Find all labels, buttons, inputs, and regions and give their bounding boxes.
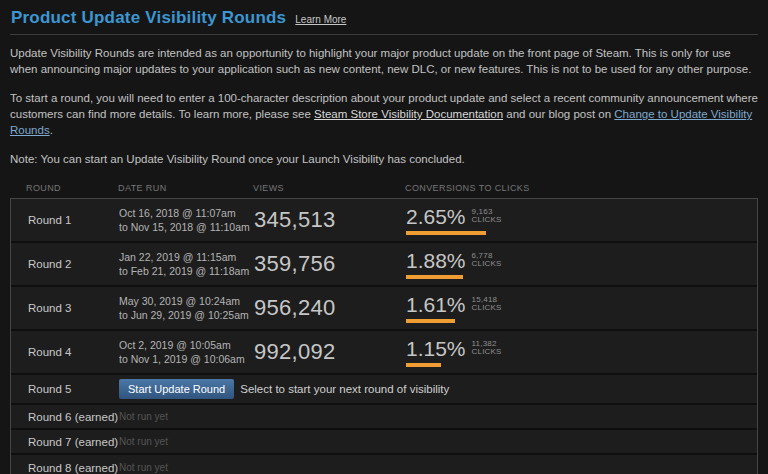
round-label: Round 5 (11, 383, 119, 395)
round-label: Round 2 (11, 258, 119, 270)
conversion-percent: 2.65% (406, 206, 466, 227)
date-range: May 30, 2019 @ 10:24am to Jun 29, 2019 @… (119, 294, 254, 322)
note-text: Note: You can start an Update Visibility… (10, 151, 758, 167)
round-label: Round 7 (earned) (11, 436, 119, 448)
table-row-round-4: Round 4 Oct 2, 2019 @ 10:05am to Nov 1, … (11, 331, 757, 375)
date-range: Jan 22, 2019 @ 11:15am to Feb 21, 2019 @… (119, 250, 254, 278)
clicks-label: CLICKS (472, 348, 502, 357)
conversion-cell: 1.88% 6,778 CLICKS (406, 250, 757, 279)
start-update-round-button[interactable]: Start Update Round (119, 379, 234, 399)
table-row-round-3: Round 3 May 30, 2019 @ 10:24am to Jun 29… (11, 287, 757, 331)
visibility-documentation-link[interactable]: Steam Store Visibility Documentation (314, 108, 503, 120)
page-header: Product Update Visibility Rounds Learn M… (10, 8, 758, 28)
column-header-round: ROUND (10, 183, 118, 193)
learn-more-link[interactable]: Learn More (295, 14, 346, 25)
date-end-line: to Feb 21, 2019 @ 11:18am (119, 264, 254, 278)
round-label: Round 8 (earned) (11, 462, 119, 474)
date-start-line: Oct 2, 2019 @ 10:05am (119, 338, 254, 352)
start-round-hint: Select to start your next round of visib… (240, 383, 449, 395)
table-row-round-2: Round 2 Jan 22, 2019 @ 11:15am to Feb 21… (11, 243, 757, 287)
table-header-row: ROUND DATE RUN VIEWS CONVERSIONS TO CLIC… (10, 177, 758, 198)
clicks-stat: 9,163 CLICKS (472, 206, 502, 225)
intro-paragraph-2-text: . (50, 124, 53, 136)
conversion-bar (406, 231, 486, 235)
clicks-stat: 11,382 CLICKS (472, 338, 502, 357)
intro-paragraph-1: Update Visibility Rounds are intended as… (10, 45, 758, 77)
clicks-stat: 15,418 CLICKS (472, 294, 502, 313)
conversion-cell: 1.15% 11,382 CLICKS (406, 338, 757, 367)
views-value: 359,756 (254, 251, 406, 277)
table-row-round-7: Round 7 (earned) Not run yet (11, 430, 757, 455)
date-end-line: to Nov 1, 2019 @ 10:06am (119, 352, 254, 366)
intro-paragraph-2-text: and our blog post on (503, 108, 614, 120)
column-header-date-run: DATE RUN (118, 183, 253, 193)
round-label: Round 4 (11, 346, 119, 358)
page: Product Update Visibility Rounds Learn M… (0, 0, 768, 474)
conversion-percent: 1.88% (406, 250, 466, 271)
start-round-cell: Start Update Round Select to start your … (119, 379, 757, 399)
table-row-round-1: Round 1 Oct 16, 2018 @ 11:07am to Nov 15… (11, 199, 757, 243)
date-end-line: to Nov 15, 2018 @ 11:10am (119, 220, 254, 234)
date-range: Oct 2, 2019 @ 10:05am to Nov 1, 2019 @ 1… (119, 338, 254, 366)
column-header-conversions: CONVERSIONS TO CLICKS (405, 183, 758, 193)
round-label: Round 3 (11, 302, 119, 314)
round-label: Round 6 (earned) (11, 411, 119, 423)
date-start-line: Jan 22, 2019 @ 11:15am (119, 250, 254, 264)
conversion-bar (406, 275, 463, 279)
date-end-line: to Jun 29, 2019 @ 10:25am (119, 308, 254, 322)
page-title: Product Update Visibility Rounds (11, 8, 286, 28)
conversion-percent: 1.15% (406, 338, 466, 359)
table-row-round-6: Round 6 (earned) Not run yet (11, 405, 757, 430)
clicks-label: CLICKS (472, 260, 502, 269)
title-divider (10, 34, 758, 35)
visibility-rounds-table: Round 1 Oct 16, 2018 @ 11:07am to Nov 15… (10, 198, 758, 474)
round-label: Round 1 (11, 214, 119, 226)
clicks-label: CLICKS (472, 216, 502, 225)
conversion-percent: 1.61% (406, 294, 466, 315)
conversion-bar (406, 319, 455, 323)
table-row-round-8: Round 8 (earned) Not run yet (11, 455, 757, 474)
clicks-stat: 6,778 CLICKS (472, 250, 502, 269)
date-start-line: Oct 16, 2018 @ 11:07am (119, 206, 254, 220)
clicks-label: CLICKS (472, 304, 502, 313)
intro-paragraph-2: To start a round, you will need to enter… (10, 90, 758, 138)
column-header-views: VIEWS (253, 183, 405, 193)
not-run-status: Not run yet (119, 436, 757, 447)
conversion-cell: 2.65% 9,163 CLICKS (406, 206, 757, 235)
views-value: 992,092 (254, 339, 406, 365)
table-row-round-5: Round 5 Start Update Round Select to sta… (11, 375, 757, 405)
date-range: Oct 16, 2018 @ 11:07am to Nov 15, 2018 @… (119, 206, 254, 234)
conversion-bar (406, 363, 441, 367)
views-value: 345,513 (254, 207, 406, 233)
conversion-cell: 1.61% 15,418 CLICKS (406, 294, 757, 323)
views-value: 956,240 (254, 295, 406, 321)
not-run-status: Not run yet (119, 411, 757, 422)
date-start-line: May 30, 2019 @ 10:24am (119, 294, 254, 308)
not-run-status: Not run yet (119, 462, 757, 473)
